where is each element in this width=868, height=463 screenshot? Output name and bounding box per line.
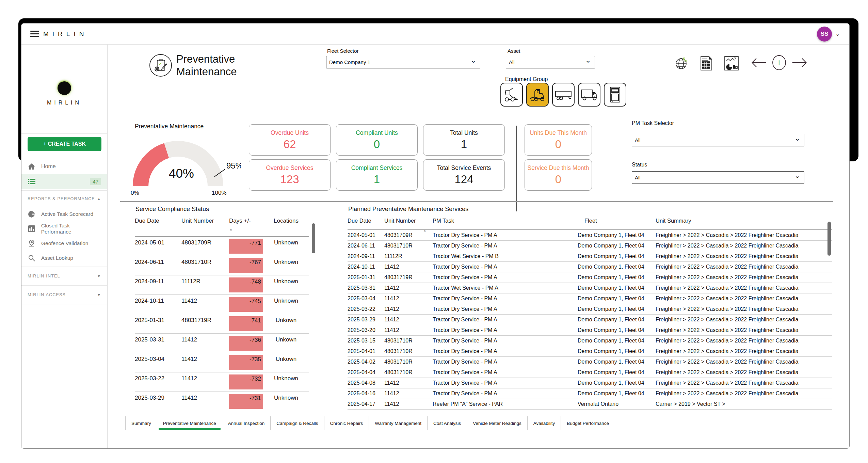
column-header[interactable]: Locations [263,218,309,231]
tab-cost-analysis[interactable]: Cost Analysis [428,416,467,430]
kpi-card-compliant-services: Compliant Services1 [336,159,418,191]
sidebar-item-home[interactable]: Home [21,159,107,174]
column-header[interactable]: PM Task [433,218,578,224]
table-row[interactable]: 2025-04-1611412Tractor Dry Service - PM … [348,388,832,399]
gauge-max-label: 100% [212,190,226,196]
table-row[interactable]: 2025-03-3111412Tractor Wet Service - PM … [348,283,832,293]
table-row[interactable]: 2024-05-0148031709RTractor Dry Service -… [348,230,832,241]
sidebar-item-task-list[interactable]: 47 [21,174,107,189]
hamburger-menu-icon[interactable] [30,31,39,37]
fleet-cell: Demo Company 1, Fleet 04 [578,359,656,365]
table-row[interactable]: 2025-03-0411412-735Unkown [135,353,309,372]
column-header[interactable]: Due Date [135,218,181,231]
table-row[interactable]: 2025-01-3148031719R-741Unkown [135,314,309,334]
divider [21,304,107,304]
table-row[interactable]: 2025-04-0448031710RTractor Dry Service -… [348,367,832,378]
tab-vehicle-meter-readings[interactable]: Vehicle Meter Readings [467,416,528,430]
user-menu-chevron-down-icon[interactable]: ⌄ [835,31,840,37]
table-row[interactable]: 2024-09-1111112RTractor Wet Service - PM… [348,251,832,262]
sidebar-item-geofence-validation[interactable]: Geofence Validation [21,236,107,251]
table-row[interactable]: 2024-10-1111412-745Unknown [135,295,309,314]
planned-table-scrollbar[interactable] [827,222,831,256]
analytics-chart-icon[interactable] [724,55,739,71]
table-row[interactable]: 2025-03-2911412Tractor Dry Service - PM … [348,315,832,325]
sidebar-group-header[interactable]: REPORTS & PERFORMANCE▲ [21,191,107,207]
column-header[interactable]: Fleet [578,218,656,224]
sidebar-group-header[interactable]: MIRLIN ACCESS▼ [21,287,107,303]
equipment-button-tractor[interactable] [526,83,549,107]
tab-campaign-recalls[interactable]: Campaign & Recalls [271,416,324,430]
table-row[interactable]: 2025-03-2211412-732Unknown [135,372,309,392]
unit-number-cell: 11412 [384,264,433,270]
sidebar-item-closed-task-performance[interactable]: Closed Task Performance [21,221,107,236]
due-date-cell: 2024-10-11 [135,298,181,304]
table-row[interactable]: 2024-05-0148031709R-771Unknown [135,237,309,256]
table-row[interactable]: 2024-06-1148031710RTractor Dry Service -… [348,241,832,251]
create-task-button[interactable]: + CREATE TASK [28,137,101,151]
table-row[interactable]: 2025-03-0411412Tractor Dry Service - PM … [348,293,832,304]
tab-preventative-maintenance[interactable]: Preventative Maintenance [157,416,222,430]
table-row[interactable]: 2025-03-2911412-731Unknown [135,392,309,411]
tab-budget-performance[interactable]: Budget Performance [561,416,615,430]
table-row[interactable]: 2024-10-1111412Tractor Dry Service - PM … [348,262,832,272]
tab-chronic-repairs[interactable]: Chronic Repairs [324,416,369,430]
sidebar-group-header[interactable]: MIRLIN INTEL▼ [21,268,107,284]
tab-warranty-management[interactable]: Warranty Management [369,416,428,430]
unit-number-cell: 11412 [181,336,229,343]
compliance-table-scrollbar[interactable] [312,223,315,253]
user-avatar[interactable]: SS [817,27,832,42]
info-icon[interactable]: i [771,55,787,70]
pm-task-cell: Tractor Dry Service - PM A [433,359,578,365]
pm-task-selector-dropdown[interactable]: All [632,134,804,146]
fleet-cell: Demo Company 1, Fleet 04 [578,390,656,397]
table-row[interactable]: 2025-03-3111412-736Unkown [135,334,309,353]
fleet-selector-dropdown[interactable]: Demo Company 1 [326,56,480,68]
equipment-button-trailer[interactable] [552,83,575,107]
column-header[interactable]: Due Date [348,218,384,224]
status-select[interactable]: All [632,171,804,184]
asset-dropdown[interactable]: All [506,56,595,68]
sidebar-item-asset-lookup[interactable]: Asset Lookup [21,251,107,265]
table-row[interactable]: 2025-04-0148031710RTractor Dry Service -… [348,346,832,357]
fleet-selector-select[interactable]: Demo Company 1 [326,56,480,68]
preventative-maintenance-icon [149,54,172,77]
fleet-cell: Demo Company 1, Fleet 04 [578,317,656,323]
column-header[interactable]: Days +/-▲ [229,218,263,231]
column-header[interactable]: Unit Number [384,218,433,224]
globe-icon[interactable] [673,55,689,71]
status-dropdown[interactable]: All [632,171,804,184]
unit-summary-cell: Freighliner > 2022 > Cascadia > 2022 Fre… [656,317,832,323]
report-icon[interactable] [698,55,714,71]
equipment-button-box-truck[interactable] [578,83,600,107]
table-row[interactable]: 2025-04-1711412Reefer PM “A” Service - P… [348,399,832,410]
pm-task-select[interactable]: All [632,134,804,146]
location-cell: Unknown [263,298,309,304]
unit-number-cell: 11412 [384,306,433,312]
header-icons [673,55,739,71]
previous-arrow-icon[interactable] [751,55,767,70]
next-arrow-icon[interactable] [792,55,807,70]
tab-label: Vehicle Meter Readings [473,421,521,426]
table-row[interactable]: 2025-04-0248031710RTractor Dry Service -… [348,357,832,367]
asset-select[interactable]: All [506,56,595,68]
sidebar-groups: REPORTS & PERFORMANCE▲Active Task Scorec… [21,191,107,306]
equipment-button-reefer[interactable] [604,83,626,107]
table-row[interactable]: 2024-09-1111112R-748Unknown [135,275,309,295]
equipment-button-forklift[interactable] [500,83,523,107]
tab-summary[interactable]: Summary [126,416,157,430]
table-row[interactable]: 2024-06-1148031710R-767Unknown [135,256,309,275]
due-date-cell: 2025-04-02 [348,359,384,365]
due-date-cell: 2024-05-01 [348,232,384,238]
tab-annual-inspection[interactable]: Annual Inspection [222,416,271,430]
table-row[interactable]: 2025-03-1548031710RTractor Dry Service -… [348,336,832,346]
column-header[interactable]: Unit Number [181,218,229,231]
due-date-cell: 2025-04-16 [348,390,384,397]
table-row[interactable]: 2025-01-3148031719RTractor Dry Service -… [348,272,832,283]
table-row[interactable]: 2025-03-2011412Tractor Dry Service - PM … [348,325,832,336]
table-row[interactable]: 2025-03-2211412Tractor Dry Service - PM … [348,304,832,315]
column-header[interactable]: Unit Summary [656,218,832,224]
tab-availability[interactable]: Availability [528,416,561,430]
sidebar-item-active-task-scorecard[interactable]: Active Task Scorecard [21,207,107,221]
location-cell: Unknown [263,395,309,401]
table-row[interactable]: 2025-04-0811412Tractor Dry Service - PM … [348,378,832,388]
